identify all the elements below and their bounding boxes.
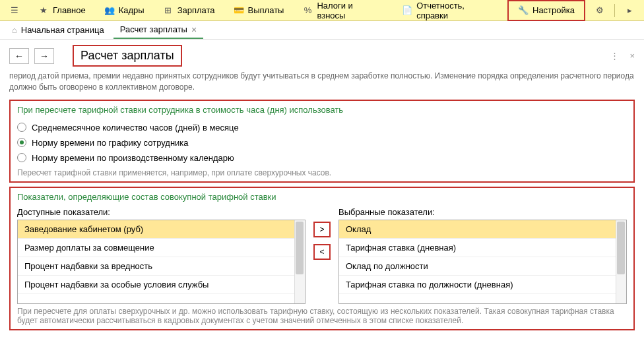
people-icon: 👥 — [104, 5, 115, 16]
nav-label: Настройка — [532, 5, 575, 15]
list-item[interactable]: Процент надбавки за вредность — [18, 257, 305, 276]
selected-label: Выбранные показатели: — [338, 207, 627, 217]
available-label: Доступные показатели: — [17, 207, 306, 217]
home-icon: ⌂ — [12, 25, 17, 35]
scrollbar[interactable] — [294, 220, 305, 303]
move-right-button[interactable]: > — [313, 222, 331, 237]
percent-icon: % — [302, 5, 313, 16]
chevron-right-icon: ▸ — [624, 5, 635, 16]
nav-label: Главное — [53, 5, 86, 15]
available-column: Доступные показатели: Заведование кабине… — [17, 207, 306, 304]
radio-icon — [17, 138, 26, 147]
document-icon: 📄 — [402, 5, 412, 16]
close-page[interactable]: × — [629, 51, 635, 61]
radio-label: Норму времени по графику сотрудника — [32, 138, 189, 148]
content-area: ← → Расчет зарплаты ⋮ × период датой при… — [0, 40, 644, 337]
scroll-thumb[interactable] — [617, 222, 625, 274]
nav-nalogi[interactable]: % Налоги и взносы — [293, 0, 393, 21]
menu-toggle[interactable]: ☰ — [0, 0, 29, 21]
radio-option-calendar[interactable]: Норму времени по производственному кален… — [17, 150, 627, 166]
more-button[interactable]: ▸ — [615, 0, 644, 21]
tab-raschet[interactable]: Расчет зарплаты × — [113, 22, 203, 39]
nav-row: ← → Расчет зарплаты ⋮ × — [9, 45, 635, 67]
nav-otchetnost[interactable]: 📄 Отчетность, справки — [393, 0, 507, 21]
page-title: Расчет зарплаты — [73, 45, 182, 67]
main-toolbar: ☰ ★ Главное 👥 Кадры ⊞ Зарплата 💳 Выплаты… — [0, 0, 644, 21]
arrow-right-icon: → — [40, 51, 49, 61]
radio-icon — [17, 153, 26, 162]
hint-text: Пересчет тарифной ставки применяется, на… — [17, 168, 627, 177]
gear-icon: ⚙ — [595, 5, 605, 16]
list-item[interactable]: Оклад — [339, 220, 626, 239]
kebab-menu[interactable]: ⋮ — [610, 51, 619, 61]
section-title: При пересчете тарифной ставки сотрудника… — [17, 105, 627, 115]
available-listbox[interactable]: Заведование кабинетом (руб) Размер допла… — [17, 220, 306, 304]
close-icon[interactable]: × — [191, 24, 197, 35]
move-left-button[interactable]: < — [313, 244, 331, 260]
back-button[interactable]: ← — [9, 48, 29, 64]
star-icon: ★ — [38, 5, 49, 16]
selected-column: Выбранные показатели: Оклад Тарифная ста… — [338, 207, 627, 304]
list-item[interactable]: Оклад по должности — [339, 257, 626, 276]
section-title: Показатели, определяющие состав совокупн… — [17, 192, 627, 202]
radio-option-schedule[interactable]: Норму времени по графику сотрудника — [17, 135, 627, 150]
arrow-left-icon: ← — [15, 51, 24, 61]
hint-text: При пересчете для оплаты сверхурочных и … — [17, 307, 627, 325]
nav-nastroika[interactable]: 🔧 Настройка — [507, 0, 585, 21]
nav-zarplata[interactable]: ⊞ Зарплата — [154, 0, 224, 21]
nav-label: Кадры — [119, 5, 145, 15]
settings-button[interactable]: ⚙ — [585, 0, 614, 21]
list-item[interactable]: Тарифная ставка по должности (дневная) — [339, 276, 626, 294]
radio-label: Норму времени по производственному кален… — [32, 153, 234, 163]
payments-icon: 💳 — [234, 5, 244, 16]
radio-label: Среднемесячное количество часов (дней) в… — [32, 123, 239, 133]
tab-home[interactable]: ⌂ Начальная страница — [5, 22, 111, 38]
nav-main[interactable]: ★ Главное — [29, 0, 95, 21]
move-buttons: > < — [313, 207, 331, 260]
section-tariff-conversion: При пересчете тарифной ставки сотрудника… — [9, 100, 635, 183]
selected-listbox[interactable]: Оклад Тарифная ставка (дневная) Оклад по… — [338, 220, 627, 304]
tab-label: Начальная страница — [21, 25, 104, 35]
radio-icon — [17, 123, 26, 132]
nav-label: Выплаты — [248, 5, 284, 15]
wrench-icon: 🔧 — [518, 5, 529, 16]
nav-label: Отчетность, справки — [416, 1, 498, 20]
intro-text: период датой приема, премии недавно прин… — [9, 71, 635, 93]
calculator-icon: ⊞ — [163, 5, 174, 16]
nav-kadry[interactable]: 👥 Кадры — [95, 0, 154, 21]
tab-bar: ⌂ Начальная страница Расчет зарплаты × — [0, 21, 644, 40]
tab-label: Расчет зарплаты — [120, 24, 187, 34]
scrollbar[interactable] — [616, 220, 626, 303]
list-item[interactable]: Размер доплаты за совмещение — [18, 239, 305, 257]
radio-option-avg-hours[interactable]: Среднемесячное количество часов (дней) в… — [17, 120, 627, 135]
section-tariff-indicators: Показатели, определяющие состав совокупн… — [9, 187, 635, 330]
nav-vyplaty[interactable]: 💳 Выплаты — [224, 0, 294, 21]
scroll-thumb[interactable] — [296, 222, 304, 274]
list-item[interactable]: Тарифная ставка (дневная) — [339, 239, 626, 257]
hamburger-icon: ☰ — [9, 5, 20, 16]
list-item[interactable]: Заведование кабинетом (руб) — [18, 220, 305, 239]
nav-label: Зарплата — [177, 5, 215, 15]
forward-button[interactable]: → — [34, 48, 54, 64]
list-item[interactable]: Процент надбавки за особые условия служб… — [18, 276, 305, 294]
nav-label: Налоги и взносы — [317, 1, 383, 20]
